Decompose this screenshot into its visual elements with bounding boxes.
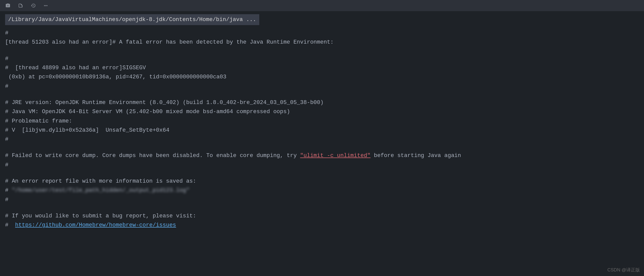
terminal-window: ⋯ /Library/Java/JavaVirtualMachines/open… bbox=[0, 0, 644, 276]
line-java-vm: # Java VM: OpenJDK 64-Bit Server VM (25.… bbox=[5, 107, 639, 116]
bug-report-link[interactable]: https://github.com/Homebrew/homebrew-cor… bbox=[15, 222, 176, 228]
line-empty2 bbox=[5, 91, 639, 98]
export-icon[interactable] bbox=[17, 2, 24, 9]
title-bar: ⋯ bbox=[0, 0, 644, 11]
line-empty5 bbox=[5, 204, 639, 212]
line-empty4 bbox=[5, 170, 639, 177]
line-jre-version: # JRE version: OpenJDK Runtime Environme… bbox=[5, 98, 639, 107]
more-options-icon[interactable]: ⋯ bbox=[42, 2, 50, 9]
camera-icon[interactable] bbox=[4, 2, 12, 9]
line-empty3 bbox=[5, 144, 639, 151]
terminal-content: /Library/Java/JavaVirtualMachines/openjd… bbox=[0, 11, 644, 276]
line-hash1: # bbox=[5, 29, 639, 38]
line-address: (0xb) at pc=0x000000010b89136a, pid=4267… bbox=[5, 73, 639, 82]
line-url: # https://github.com/Homebrew/homebrew-c… bbox=[5, 221, 639, 230]
blurred-path: "/home/user/test/file_path_hidden/_outpu… bbox=[12, 187, 189, 194]
history-icon[interactable] bbox=[29, 2, 37, 9]
line-problematic: # Problematic frame: bbox=[5, 117, 639, 126]
line-hash2: # bbox=[5, 54, 639, 63]
line-frame: # V [libjvm.dylib+0x52a36a] Unsafe_SetBy… bbox=[5, 126, 639, 135]
line-hash5: # bbox=[5, 161, 639, 170]
line-hash6: # bbox=[5, 195, 639, 204]
line-coredump: # Failed to write core dump. Core dumps … bbox=[5, 151, 639, 160]
path-line: /Library/Java/JavaVirtualMachines/openjd… bbox=[5, 14, 259, 25]
line-thread-error: [thread 51203 also had an error]# A fata… bbox=[5, 38, 639, 47]
line-bug-report: # If you would like to submit a bug repo… bbox=[5, 212, 639, 221]
line-sigsegv: # [thread 48899 also had an error]SIGSEG… bbox=[5, 63, 639, 73]
ulimit-highlight: "ulimit -c unlimited" bbox=[300, 152, 371, 159]
line-error-report: # An error report file with more informa… bbox=[5, 177, 639, 186]
line-empty1 bbox=[5, 47, 639, 54]
line-hash3: # bbox=[5, 82, 639, 91]
line-hash4: # bbox=[5, 135, 639, 144]
line-file-path: # "/home/user/test/file_path_hidden/_out… bbox=[5, 186, 639, 195]
watermark: CSDN @译正版 bbox=[607, 267, 640, 273]
